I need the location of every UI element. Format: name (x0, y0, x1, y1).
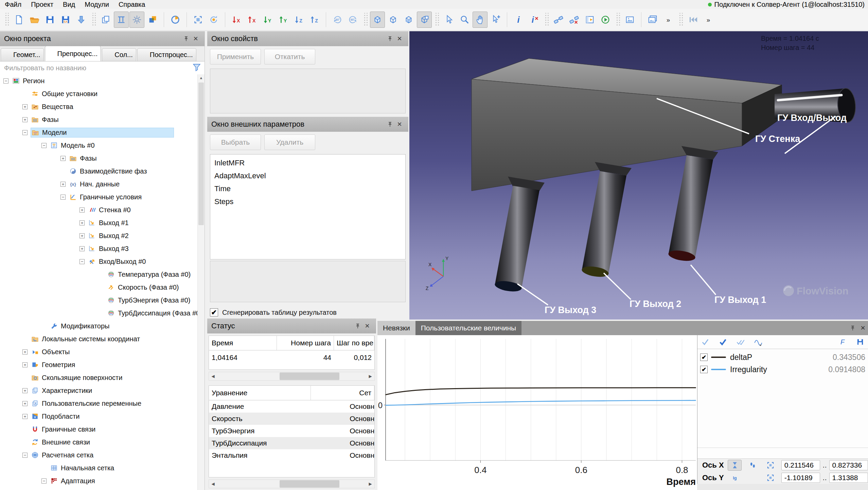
hourglass-icon[interactable] (728, 460, 742, 471)
axis-y-max-input[interactable]: 1.31388 (829, 473, 868, 483)
generate-results-checkbox[interactable]: ✔ (210, 308, 218, 316)
info-off-button[interactable]: i (527, 12, 542, 28)
plot-tab[interactable]: Невязки (377, 321, 415, 335)
tree-toggle[interactable]: − (41, 143, 47, 148)
scroll-thumb[interactable] (280, 480, 339, 488)
save-as-button[interactable]: SA (58, 12, 73, 28)
revert-button[interactable]: Откатить (264, 49, 315, 65)
tree-item[interactable]: −Граничные условия (0, 190, 198, 203)
tree-item[interactable]: −Вход/Выход #0 (0, 255, 198, 268)
tree-item[interactable]: +Стенка #0 (0, 203, 198, 216)
tree-item[interactable]: +Выход #3 (0, 242, 198, 255)
tree-toggle[interactable]: + (79, 246, 85, 251)
play-button[interactable] (598, 12, 613, 28)
check-solid-icon[interactable] (719, 338, 727, 346)
save-small-icon[interactable] (856, 338, 865, 346)
tree-item[interactable]: Внешние связи (0, 436, 198, 449)
tree-item[interactable]: ТурбДиссипация (Фаза #0) (0, 307, 198, 320)
equation-row[interactable]: ТурбЭнергия Основн (209, 425, 374, 437)
equation-row[interactable]: Энтальпия Основн (209, 449, 374, 461)
cube-solid-button[interactable] (370, 12, 385, 28)
fit-view-button[interactable] (191, 12, 206, 28)
tree-toggle[interactable]: + (22, 388, 28, 393)
axis-z-down-button[interactable]: Z (291, 12, 306, 28)
tree-toggle[interactable]: − (79, 259, 85, 264)
menu-item[interactable]: Справка (114, 1, 150, 8)
tree-toggle[interactable]: + (79, 220, 85, 225)
tree-item[interactable]: +Фазы (0, 152, 198, 165)
layers-button[interactable] (145, 12, 160, 28)
image-stack-button[interactable] (645, 12, 660, 28)
delete-param-button[interactable]: Удалить (264, 134, 315, 150)
table-view-button[interactable] (114, 12, 129, 28)
check-outline-icon[interactable] (701, 338, 710, 346)
time-table-hscrollbar[interactable]: ◀ ▶ (209, 372, 375, 381)
tree-toggle[interactable]: − (3, 78, 8, 84)
scroll-up-icon[interactable]: ▲ (198, 74, 205, 81)
copy-button[interactable] (98, 12, 113, 28)
import-button[interactable] (74, 12, 89, 28)
pin-icon[interactable] (848, 321, 858, 335)
filter-input[interactable] (3, 64, 192, 72)
tree-item[interactable]: Взаимодействие фаз (0, 165, 198, 178)
axis-x-up-button[interactable]: X (245, 12, 260, 28)
menu-item[interactable]: Вид (58, 1, 80, 8)
axis-y-min-input[interactable]: -1.10189 (781, 473, 820, 483)
axis-x-min-input[interactable]: 0.211546 (781, 460, 820, 470)
rotate-90-ccw-button[interactable]: 90° (330, 12, 345, 28)
tree-item[interactable]: −x=Модели (0, 126, 198, 139)
tree-toggle[interactable]: − (41, 478, 47, 484)
axis-y-up-button[interactable]: Y (276, 12, 291, 28)
cube-section-button[interactable] (401, 12, 416, 28)
light-button[interactable] (129, 12, 144, 28)
tab-preprocessor-tab[interactable]: Препроцес... (45, 46, 101, 61)
log-scale-icon[interactable]: lg (728, 472, 742, 483)
connect-button[interactable] (551, 12, 566, 28)
tree-item[interactable]: +{x}Нач. данные (0, 178, 198, 190)
menu-item[interactable]: Проект (26, 1, 58, 8)
tree-toggle[interactable]: + (22, 349, 28, 355)
tree-item[interactable]: −Расчетная сетка (0, 449, 198, 461)
pan-hand-button[interactable] (473, 12, 488, 28)
new-project-button[interactable] (11, 12, 26, 28)
tree-item[interactable]: +vПодобласти (0, 410, 198, 423)
external-param-item[interactable]: InletMFR (210, 157, 405, 169)
scroll-thumb[interactable] (198, 83, 204, 225)
select-param-button[interactable]: Выбрать (210, 134, 261, 150)
chevron-more-2-button[interactable]: » (701, 12, 716, 28)
tree-item[interactable]: Граничные связи (0, 423, 198, 436)
tree-item[interactable]: −Адаптация (0, 474, 198, 487)
tree-toggle[interactable]: + (22, 401, 28, 406)
tree-item[interactable]: Локальные системы координат (0, 332, 198, 345)
tree-item[interactable]: Скорость (Фаза #0) (0, 281, 198, 294)
tree-item[interactable]: −x=Модель #0 (0, 139, 198, 152)
fit-frame-icon[interactable] (763, 460, 777, 471)
tree-item[interactable]: +Геометрия (0, 358, 198, 371)
menu-item[interactable]: Модули (80, 1, 114, 8)
pin-icon[interactable] (353, 321, 362, 331)
pin-icon[interactable] (385, 34, 395, 43)
scroll-thumb[interactable] (280, 373, 339, 380)
menu-item[interactable]: Файл (0, 1, 26, 8)
tree-item[interactable]: +Вещества (0, 100, 198, 113)
tree-item[interactable]: +Объекты (0, 345, 198, 358)
tree-item[interactable]: +Выход #2 (0, 229, 198, 242)
save-button[interactable] (42, 12, 57, 28)
cube-wire-button[interactable] (386, 12, 401, 28)
tree-item[interactable]: +Выход #1 (0, 216, 198, 229)
apply-button[interactable]: Применить (210, 49, 261, 65)
rotate-90-cw-button[interactable]: 90° (346, 12, 360, 28)
scroll-left-icon[interactable]: ◀ (209, 374, 217, 379)
function-f-icon[interactable]: F (838, 338, 847, 346)
close-icon[interactable]: ✕ (395, 120, 404, 129)
solver-console-button[interactable] (582, 12, 597, 28)
tab-geometry-tab[interactable]: Геомет... (1, 48, 44, 61)
tree-toggle[interactable]: + (22, 362, 28, 367)
close-icon[interactable]: ✕ (191, 34, 200, 43)
axis-z-up-button[interactable]: Z (307, 12, 322, 28)
chevron-more-button[interactable]: » (661, 12, 676, 28)
viewport-3d[interactable]: ГУ Стенка ГУ Вход/Выход ГУ Выход 3 ГУ Вы… (409, 31, 868, 320)
series-checkbox[interactable]: ✔ (700, 353, 708, 361)
tree-scrollbar[interactable]: ▲ (197, 74, 205, 490)
tree-item[interactable]: Модификаторы (0, 320, 198, 332)
